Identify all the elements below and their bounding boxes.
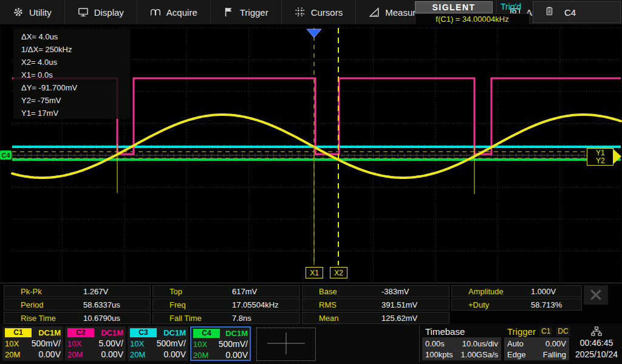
timebase-points: 100kpts <box>425 350 453 359</box>
channel-id-chip: C4 <box>193 329 220 338</box>
measurement-cell[interactable]: Fall Time7.8ns <box>152 312 300 324</box>
channel-bandwidth: 20M <box>193 351 208 360</box>
channel-box-c2[interactable]: C2DC1M10X5.00V/20M0.00V <box>65 326 126 361</box>
menu-item-cursors[interactable]: Cursors <box>282 0 357 24</box>
measurement-value: 391.51mV <box>381 300 417 309</box>
cursor-x1-handle[interactable]: X1 <box>306 267 323 278</box>
measurement-value: -383mV <box>381 287 409 296</box>
channel-coupling: DC1M <box>225 329 248 338</box>
bottom-status-bar: C1DC1M10X500mV/20M0.00VC2DC1M10X5.00V/20… <box>0 324 622 364</box>
menu-item-acquire[interactable]: Acquire <box>137 0 211 24</box>
menu-item-utility[interactable]: Utility <box>0 0 65 24</box>
channel-offset: 0.00V <box>101 349 123 359</box>
measurement-value: 1.267V <box>83 287 108 296</box>
flag-icon <box>224 7 234 18</box>
trigger-level: 0.00V <box>545 339 566 348</box>
active-channel-label: C4 <box>564 7 576 18</box>
cursor-readout-line: Y2= -75mV <box>21 94 130 107</box>
status-time: 00:46:45 <box>571 337 622 349</box>
menu-item-display[interactable]: Display <box>65 0 137 24</box>
channel-scale: 5.00V/ <box>99 339 123 348</box>
channel-id-chip: C2 <box>67 328 94 337</box>
measurement-label: Pk-Pk <box>21 287 42 296</box>
measurement-cell[interactable]: +Duty58.713% <box>451 298 582 311</box>
trigger-slope: Falling <box>543 350 566 359</box>
add-trace-button[interactable] <box>256 328 316 361</box>
measurement-label: +Duty <box>468 300 489 309</box>
cursor-readout-line: ΔY= -91.700mV <box>21 81 130 94</box>
active-channel-button[interactable]: C4 <box>533 1 621 23</box>
measurement-label: Base <box>319 287 337 296</box>
brand-logo: SIGLENT <box>415 1 493 13</box>
channel-probe: 10X <box>193 340 207 349</box>
cursor-readout-box: ΔX= 4.0us1/ΔX= 250kHzX2= 4.0usX1= 0.0sΔY… <box>13 29 130 119</box>
channel-bandwidth: 20M <box>5 350 20 359</box>
menu-item-label: Display <box>94 7 124 18</box>
measurement-label: Rise Time <box>21 314 56 323</box>
measurement-value: 58.713% <box>531 300 562 309</box>
channel-offset: 0.00V <box>163 349 186 359</box>
channel-coupling: DC1M <box>101 328 123 337</box>
trigger-position-marker[interactable] <box>307 29 321 38</box>
waveform-display[interactable]: ΔX= 4.0us1/ΔX= 250kHzX2= 4.0usX1= 0.0sΔY… <box>0 24 622 283</box>
timebase-title: Timebase <box>425 326 465 337</box>
menu-item-label: Trigger <box>240 7 268 18</box>
measurement-cell[interactable]: Rise Time10.6790us <box>4 312 151 324</box>
gear-icon <box>13 7 24 18</box>
channel-probe: 10X <box>67 339 81 348</box>
channel-scale: 500mV/ <box>157 339 186 348</box>
trigger-coupling-badge: DC <box>556 327 570 336</box>
measurement-cell[interactable]: Amplitude1.000V <box>451 285 582 297</box>
timebase-scale: 10.0us/div <box>462 339 498 348</box>
channel-probe: 10X <box>130 339 144 348</box>
measurement-cell[interactable]: Base-383mV <box>302 285 449 297</box>
channel-offset: 0.00V <box>38 349 61 359</box>
channel-bandwidth: 20M <box>67 350 83 359</box>
cursor-readout-line: X2= 4.0us <box>21 56 130 69</box>
measurement-value: 7.8ns <box>232 314 251 323</box>
measurement-cell[interactable]: Period58.6337us <box>4 298 151 311</box>
network-status-icon <box>571 325 622 337</box>
cursor-x2-handle[interactable]: X2 <box>330 267 347 278</box>
cursors-icon <box>295 7 306 18</box>
channel-scale: 500mV/ <box>219 339 248 349</box>
measurement-cell[interactable]: Mean125.62mV <box>302 312 449 324</box>
channel-id-chip: C3 <box>130 328 157 337</box>
menu-item-trigger[interactable]: Trigger <box>211 0 282 24</box>
measurement-label: Fall Time <box>169 314 202 323</box>
display-icon <box>78 7 89 18</box>
timebase-delay: 0.00s <box>425 339 445 348</box>
measurement-cell[interactable]: Top617mV <box>152 285 300 297</box>
timebase-panel[interactable]: Timebase 0.00s 10.0us/div 100kpts 1.00GS… <box>422 325 501 362</box>
cursor-y2-label: Y2 <box>596 157 613 165</box>
menu-item-label: Cursors <box>311 7 343 18</box>
trigger-panel[interactable]: Trigger C1 DC Auto 0.00V Edge Falling <box>504 325 569 362</box>
cursor-y-handle[interactable]: Y1 Y2 <box>587 148 613 166</box>
measurement-label: Mean <box>319 314 339 323</box>
channel-box-c1[interactable]: C1DC1M10X500mV/20M0.00V <box>2 326 63 361</box>
measurement-panel: Pk-Pk1.267VTop617mVBase-383mVAmplitude1.… <box>0 283 622 325</box>
status-date: 2025/10/24 <box>571 349 622 360</box>
measurement-label: Amplitude <box>468 287 504 296</box>
cursor-readout-line: X1= 0.0s <box>21 69 130 81</box>
channel-coupling: DC1M <box>163 328 186 337</box>
measurement-value: 617mV <box>232 287 257 296</box>
channel-box-c4[interactable]: C4DC1M10X500mV/20M0.00V <box>190 326 251 361</box>
measurement-cell[interactable]: Freq17.05504kHz <box>152 298 300 311</box>
channel-c4-position-marker[interactable]: C4 <box>0 150 12 160</box>
cursor-readout-line: Y1= 17mV <box>21 107 130 120</box>
acquire-icon <box>150 7 161 18</box>
channel-scale: 500mV/ <box>32 339 61 348</box>
channel-box-c3[interactable]: C3DC1M10X500mV/20M0.00V <box>128 326 188 361</box>
measurement-value: 125.62mV <box>381 314 417 323</box>
measurement-cell[interactable]: Pk-Pk1.267V <box>4 285 151 297</box>
clipboard-icon <box>544 5 555 19</box>
measurement-value: 58.6337us <box>83 300 120 309</box>
measurement-value: 1.000V <box>531 287 556 296</box>
measurement-cell[interactable]: RMS391.51mV <box>302 298 449 311</box>
trigger-title: Trigger <box>507 326 536 337</box>
plus-icon <box>262 330 310 359</box>
measurement-close-button[interactable] <box>584 285 608 305</box>
measurement-value: 10.6790us <box>83 314 120 323</box>
menu-item-label: Utility <box>29 7 52 18</box>
